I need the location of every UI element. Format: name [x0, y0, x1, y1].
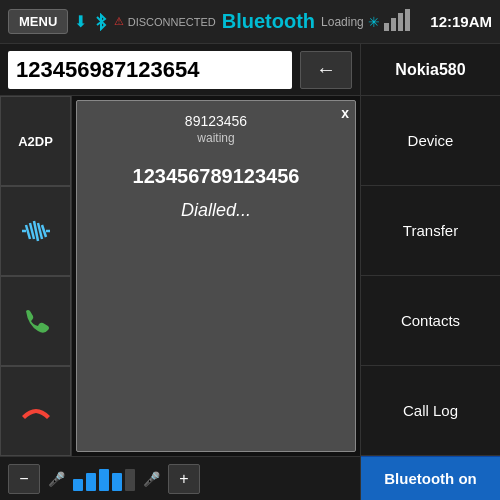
volume-minus-button[interactable]: −	[8, 464, 40, 494]
signal-icon	[384, 9, 410, 35]
popup-close-button[interactable]: x	[341, 105, 349, 121]
bluetooth-on-button[interactable]: Bluetooth on	[361, 456, 500, 500]
menu-button[interactable]: MENU	[8, 9, 68, 34]
phone-button[interactable]	[0, 276, 71, 366]
call-popup: x 89123456 waiting 123456789123456 Diall…	[76, 100, 356, 452]
vol-bar-3	[99, 469, 109, 491]
mic-right-icon: 🎤	[143, 471, 160, 487]
top-bar: MENU ⬇ ⚠ DISCONNECTED Bluetooth Loading …	[0, 0, 500, 44]
mic-left-icon: 🎤	[48, 471, 65, 487]
vol-bar-2	[86, 473, 96, 491]
hangup-button[interactable]	[0, 366, 71, 456]
dial-number-display: 123456987123654	[8, 51, 292, 89]
popup-dialled-number: 123456789123456	[77, 165, 355, 188]
menu-item-transfer[interactable]: Transfer	[361, 186, 500, 276]
svg-rect-0	[384, 23, 389, 31]
disconnected-icon: ⚠	[114, 15, 124, 28]
popup-dialled-label: Dialled...	[77, 200, 355, 221]
vol-bar-5	[125, 469, 135, 491]
device-name: Nokia580	[361, 44, 500, 96]
menu-item-contacts[interactable]: Contacts	[361, 276, 500, 366]
left-panel: 123456987123654 ← A2DP	[0, 44, 360, 500]
svg-rect-3	[405, 9, 410, 31]
dial-row: 123456987123654 ←	[0, 44, 360, 96]
content-row: A2DP	[0, 96, 360, 456]
vol-bar-4	[112, 473, 122, 491]
main-area: 123456987123654 ← A2DP	[0, 44, 500, 500]
right-menu: Device Transfer Contacts Call Log	[361, 96, 500, 456]
menu-item-device[interactable]: Device	[361, 96, 500, 186]
disconnected-area: ⚠ DISCONNECTED	[114, 15, 216, 28]
svg-rect-1	[391, 18, 396, 31]
menu-item-calllog[interactable]: Call Log	[361, 366, 500, 456]
bottom-bar: − 🎤 🎤 +	[0, 456, 360, 500]
svg-rect-2	[398, 13, 403, 31]
side-buttons: A2DP	[0, 96, 72, 456]
volume-bars	[73, 467, 135, 491]
loading-text: Loading	[321, 15, 364, 29]
a2dp-button[interactable]: A2DP	[0, 96, 71, 186]
spinner-icon: ✳	[368, 14, 380, 30]
bluetooth-icon: ⬇	[74, 12, 107, 32]
disconnected-text: DISCONNECTED	[128, 16, 216, 28]
popup-status: waiting	[77, 131, 355, 145]
mic-button[interactable]	[0, 186, 71, 276]
right-panel: Nokia580 Device Transfer Contacts Call L…	[360, 44, 500, 500]
volume-plus-button[interactable]: +	[168, 464, 200, 494]
svg-line-9	[42, 225, 46, 237]
backspace-button[interactable]: ←	[300, 51, 352, 89]
vol-bar-1	[73, 479, 83, 491]
clock: 12:19AM	[430, 13, 492, 30]
bluetooth-label: Bluetooth	[222, 10, 315, 33]
svg-line-5	[26, 225, 30, 239]
popup-caller-number: 89123456	[77, 113, 355, 129]
